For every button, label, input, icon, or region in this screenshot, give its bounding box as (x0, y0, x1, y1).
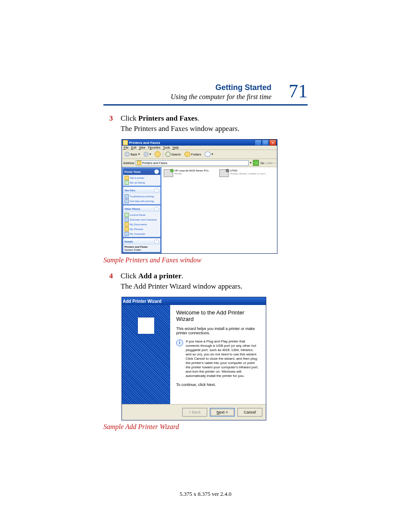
address-value: Printers and Faxes (142, 162, 168, 165)
go-label: Go (260, 162, 264, 165)
printer-name: HP LaserJet 8100 Series PCL (174, 169, 209, 172)
step-body: Click Add a printer. The Add Printer Wiz… (121, 272, 242, 291)
menu-help[interactable]: Help (173, 146, 179, 149)
titlebar[interactable]: Printers and Faxes _ □ × (122, 140, 277, 146)
menu-favorites[interactable]: Favorites (148, 146, 160, 149)
other-places-header[interactable]: Other Places˄ (123, 205, 160, 212)
close-button[interactable]: × (269, 140, 276, 146)
cancel-button[interactable]: Cancel (237, 408, 262, 417)
step-3: 3 Click Printers and Faxes. The Printers… (103, 114, 308, 133)
troubleshoot-link[interactable]: Troubleshoot printing (125, 194, 159, 199)
document-page: Getting Started Using the computer for t… (0, 0, 411, 532)
links-label: Links (266, 162, 273, 165)
control-panel-link[interactable]: Control Panel (125, 213, 159, 217)
my-documents-link[interactable]: My Documents (125, 222, 159, 227)
scanners-label: Scanners and Cameras (130, 218, 157, 221)
see-also-header[interactable]: See Also˄ (123, 187, 160, 193)
window-title: Add Printer Wizard (123, 299, 162, 304)
printer-item-1[interactable]: HP LaserJet 8100 Series PCL Ready (164, 169, 209, 177)
address-label: Address (123, 162, 134, 165)
menu-edit[interactable]: Edit (131, 146, 136, 149)
printer-icon (140, 320, 151, 331)
printer-item-2[interactable]: LPSSI Access denied, unable to conn... (219, 169, 268, 177)
up-button[interactable] (153, 151, 162, 158)
page-header: Getting Started Using the computer for t… (103, 82, 308, 101)
maximize-button[interactable]: □ (262, 140, 269, 146)
step-paragraph: The Add Printer Wizard window appears. (121, 282, 242, 291)
address-icon (137, 161, 141, 165)
back-label: Back (131, 153, 137, 156)
menu-view[interactable]: View (139, 146, 145, 149)
svg-rect-0 (142, 321, 149, 324)
address-field[interactable]: Printers and Faxes (136, 160, 249, 166)
go-button[interactable]: → (253, 160, 259, 166)
my-documents-label: My Documents (130, 223, 147, 226)
wizard-body: Welcome to the Add Printer Wizard This w… (122, 305, 266, 404)
step-lead: Click (121, 114, 138, 122)
header-rule (103, 104, 308, 106)
chevron-up-icon: ˄ (154, 188, 159, 193)
details-items: Printers and Faxes System Folder (123, 245, 160, 252)
menu-tools[interactable]: Tools (163, 146, 170, 149)
file-area[interactable]: HP LaserJet 8100 Series PCL Ready LPSSI … (162, 167, 277, 253)
window-body: Printer Tasks˄ Add a printer Set up faxi… (122, 167, 277, 253)
printer-tasks-box: Printer Tasks˄ Add a printer Set up faxi… (123, 168, 160, 186)
folders-label: Folders (191, 153, 201, 156)
help-icon (125, 199, 129, 203)
printer-tasks-title: Printer Tasks (125, 171, 141, 173)
titlebar[interactable]: Add Printer Wizard (122, 297, 266, 305)
folder-icon (125, 227, 129, 231)
setup-faxing-link[interactable]: Set up faxing (125, 180, 159, 185)
menu-file[interactable]: File (124, 146, 128, 149)
svg-rect-2 (143, 327, 148, 330)
wizard-heading: Welcome to the Add Printer Wizard (176, 309, 260, 322)
forward-button[interactable]: ▾ (142, 151, 153, 157)
views-icon (205, 152, 211, 157)
get-help-link[interactable]: Get help with printing (125, 199, 159, 203)
details-header[interactable]: Details˄ (123, 238, 160, 245)
add-printer-wizard-window: Add Printer Wizard Welcome to the Add Pr… (121, 297, 266, 420)
step-tail: . (197, 114, 199, 122)
folders-button[interactable]: Folders (183, 151, 202, 157)
next-button[interactable]: Next > (210, 408, 235, 417)
menu-bar: File Edit View Favorites Tools Help (122, 146, 277, 150)
printer-status: Access denied, unable to conn... (230, 172, 268, 175)
printer-label: LPSSI Access denied, unable to conn... (230, 169, 268, 175)
search-button[interactable]: Search (164, 151, 182, 157)
search-icon (165, 152, 171, 157)
step-bold: Printers and Faxes (138, 114, 197, 122)
step-paragraph: The Printers and Faxes window appears. (121, 124, 240, 133)
add-printer-link[interactable]: Add a printer (125, 176, 159, 180)
step-number: 3 (103, 114, 113, 133)
step-body: Click Printers and Faxes. The Printers a… (121, 114, 240, 133)
figure-caption-2: Sample Add Printer Wizard (103, 423, 308, 431)
back-button[interactable]: Back ▾ (123, 151, 141, 157)
scanners-link[interactable]: Scanners and Cameras (125, 218, 159, 222)
wizard-button-row: < Back Next > Cancel (122, 404, 266, 420)
other-places-items: Control Panel Scanners and Cameras My Do… (123, 212, 160, 237)
step-bold: Add a printer (138, 272, 181, 280)
computer-icon (125, 232, 129, 236)
back-button: < Back (182, 408, 207, 417)
folder-icon (125, 222, 129, 227)
views-button[interactable]: ▾ (203, 151, 215, 157)
minimize-button[interactable]: _ (255, 140, 262, 146)
get-help-label: Get help with printing (130, 200, 154, 202)
address-dropdown[interactable]: ▾ (250, 161, 252, 165)
wizard-paragraph-1: This wizard helps you install a printer … (176, 327, 260, 335)
setup-faxing-label: Set up faxing (130, 181, 145, 184)
task-pane: Printer Tasks˄ Add a printer Set up faxi… (122, 167, 162, 253)
figure-caption-1: Sample Printers and Faxes window (103, 256, 308, 264)
my-pictures-link[interactable]: My Pictures (125, 227, 159, 231)
window-icon (123, 140, 128, 145)
address-bar: Address Printers and Faxes ▾ → Go Links» (122, 159, 277, 167)
my-computer-link[interactable]: My Computer (125, 232, 159, 236)
other-places-box: Other Places˄ Control Panel Scanners and… (123, 205, 160, 237)
step-tail: . (181, 272, 183, 280)
printer-tasks-header[interactable]: Printer Tasks˄ (123, 168, 160, 175)
printer-status: Ready (174, 172, 209, 175)
toolbar: Back ▾ ▾ Search Folders ▾ (122, 150, 277, 159)
printer-tasks-items: Add a printer Set up faxing (123, 175, 160, 186)
forward-icon (143, 152, 149, 157)
step-lead: Click (121, 272, 138, 280)
